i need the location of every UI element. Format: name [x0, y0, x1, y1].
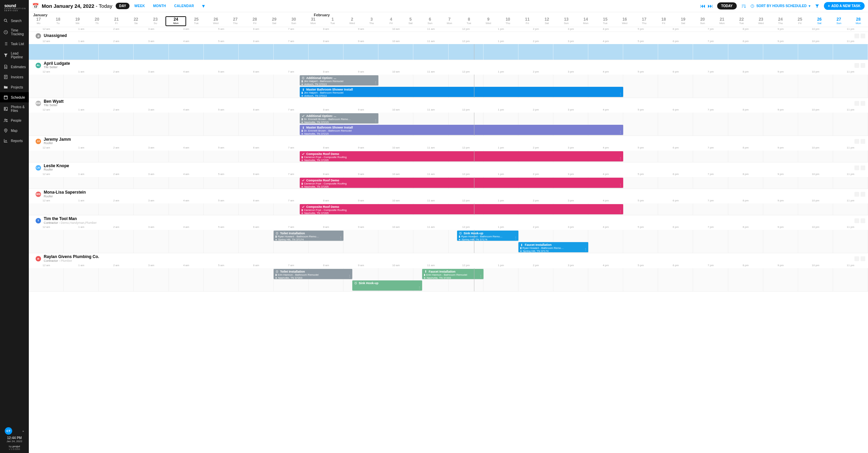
date-cell[interactable]: 17Mo: [29, 17, 48, 27]
sidebar-item-search[interactable]: Search: [0, 16, 29, 26]
row-controls[interactable]: [854, 165, 868, 170]
date-cell[interactable]: 7Mon: [440, 17, 459, 27]
date-cell[interactable]: 27Sun: [829, 17, 848, 27]
task-card[interactable]: Faucet Installation▮Ryan Howard - Bathro…: [518, 242, 588, 252]
date-cell[interactable]: 1Tue: [323, 17, 342, 27]
view-tab-month[interactable]: MONTH: [150, 3, 169, 9]
date-cell[interactable]: 23Su: [146, 17, 165, 27]
date-cell[interactable]: 9Wed: [479, 17, 498, 27]
task-card[interactable]: Additional Option: ...▮Dr. Emmett Brown …: [300, 113, 378, 123]
sidebar-item-task-list[interactable]: Task List: [0, 39, 29, 49]
date-cell[interactable]: 26Sat: [810, 17, 829, 27]
date-cell[interactable]: 2Wed: [342, 17, 362, 27]
date-cell[interactable]: 14Mon: [576, 17, 595, 27]
date-cell[interactable]: 19Sat: [673, 17, 693, 27]
date-cell[interactable]: 24Mon: [165, 16, 186, 26]
task-card[interactable]: Composite Roof Demo▮Cameron Frye - Compo…: [300, 204, 623, 214]
view-tab-calendar[interactable]: CALENDAR: [171, 3, 198, 9]
task-card[interactable]: Master Bathroom Shower Install▮Jim Halpe…: [300, 87, 623, 97]
task-card[interactable]: Additional Option: ...▮Jim Halpert - Bat…: [300, 75, 378, 85]
row-controls[interactable]: [854, 63, 868, 68]
today-button[interactable]: TODAY: [717, 2, 737, 9]
row-controls[interactable]: [854, 192, 868, 197]
timeline-lane[interactable]: Additional Option: ...▮Jim Halpert - Bat…: [29, 75, 868, 86]
task-menu-icon[interactable]: ⋮: [348, 275, 351, 278]
date-cell[interactable]: 28Mon: [849, 17, 868, 27]
view-tab-day[interactable]: DAY: [116, 3, 130, 9]
task-card[interactable]: Sink Hook-up⋮: [352, 280, 422, 291]
task-card[interactable]: Toilet Installation▮Ryan Howard - Bathro…: [274, 231, 343, 241]
timeline-lane[interactable]: Composite Roof Demo▮Cameron Frye - Compo…: [29, 177, 868, 189]
next-page-icon[interactable]: ⏭: [708, 3, 713, 9]
date-cell[interactable]: 18Tu: [48, 17, 67, 27]
timeline-lane[interactable]: Master Bathroom Shower Install▮Jim Halpe…: [29, 86, 868, 98]
task-card[interactable]: Sink Hook-up▮Ryan Howard - Bathroom Remo…: [457, 231, 518, 241]
date-cell[interactable]: 10Thu: [498, 17, 517, 27]
dropdown-icon[interactable]: ▾: [201, 3, 206, 9]
date-cell[interactable]: 25Tue: [186, 17, 206, 27]
date-cell[interactable]: 20Th: [87, 17, 106, 27]
task-menu-icon[interactable]: ⋮: [418, 286, 421, 290]
date-cell[interactable]: 21Fr: [107, 17, 126, 27]
date-cell[interactable]: 28Fri: [245, 17, 264, 27]
date-cell[interactable]: 22Tue: [732, 17, 751, 27]
task-card[interactable]: Faucet Installation▮Erin Hannon - Bathro…: [422, 269, 483, 279]
date-cell[interactable]: 29Sat: [264, 17, 284, 27]
sidebar-item-invoices[interactable]: Invoices: [0, 72, 29, 82]
task-card[interactable]: Master Bathroom Shower Install▮Dr. Emmet…: [300, 125, 623, 135]
timeline-lane[interactable]: Sink Hook-up⋮: [29, 280, 868, 291]
timeline-lane[interactable]: Master Bathroom Shower Install▮Dr. Emmet…: [29, 124, 868, 136]
task-menu-icon[interactable]: ⋮: [619, 93, 622, 96]
date-cell[interactable]: 3Thu: [362, 17, 381, 27]
date-cell[interactable]: 25Fri: [790, 17, 809, 27]
date-cell[interactable]: 19We: [68, 17, 87, 27]
schedule-body[interactable]: ⊘Unassigned12 am1 am2 am3 am4 am5 am6 am…: [29, 32, 868, 453]
task-menu-icon[interactable]: ⋮: [479, 275, 482, 278]
sidebar-item-estimates[interactable]: Estimates: [0, 62, 29, 72]
date-cell[interactable]: 12Sat: [537, 17, 556, 27]
timeline-lane[interactable]: Faucet Installation▮Ryan Howard - Bathro…: [29, 241, 868, 253]
date-cell[interactable]: 30Sun: [284, 17, 303, 27]
date-cell[interactable]: 4Fri: [381, 17, 401, 27]
sidebar-item-map[interactable]: Map: [0, 125, 29, 136]
date-cell[interactable]: 13Sun: [556, 17, 576, 27]
timeline-lane[interactable]: Additional Option: ...▮Dr. Emmett Brown …: [29, 113, 868, 124]
date-cell[interactable]: 18Fri: [654, 17, 673, 27]
sidebar-item-photos-&-files[interactable]: Photos & Files: [0, 102, 29, 115]
date-cell[interactable]: 11Fri: [518, 17, 537, 27]
date-cell[interactable]: 23Wed: [751, 17, 771, 27]
sidebar-item-reports[interactable]: Reports: [0, 136, 29, 146]
view-tab-week[interactable]: WEEK: [131, 3, 148, 9]
filter-icon[interactable]: [814, 3, 820, 9]
sidebar-item-people[interactable]: People: [0, 115, 29, 125]
date-cell[interactable]: 16Wed: [615, 17, 634, 27]
timeline-lane[interactable]: [29, 44, 868, 60]
date-cell[interactable]: 15Tue: [595, 17, 615, 27]
date-cell[interactable]: 22Sa: [126, 17, 145, 27]
sidebar-item-schedule[interactable]: Schedule: [0, 92, 29, 102]
task-menu-icon[interactable]: ⋮: [619, 131, 622, 134]
timeline-lane[interactable]: Toilet Installation▮Ryan Howard - Bathro…: [29, 230, 868, 241]
date-cell[interactable]: 31Mon: [303, 17, 323, 27]
task-menu-icon[interactable]: ⋮: [374, 81, 377, 84]
calendar-icon[interactable]: 📅: [32, 3, 39, 9]
task-card[interactable]: Composite Roof Demo▮Cameron Frye - Compo…: [300, 151, 623, 161]
task-card[interactable]: Toilet Installation▮Erin Hannon - Bathro…: [274, 269, 352, 279]
task-card[interactable]: Composite Roof Demo▮Cameron Frye - Compo…: [300, 178, 623, 188]
task-menu-icon[interactable]: ⋮: [374, 119, 377, 122]
row-controls[interactable]: [854, 34, 868, 38]
timeline-lane[interactable]: Toilet Installation▮Erin Hannon - Bathro…: [29, 268, 868, 280]
sort-icon[interactable]: [741, 3, 746, 9]
sidebar-item-projects[interactable]: Projects: [0, 82, 29, 92]
task-menu-icon[interactable]: ⋮: [339, 236, 342, 240]
date-cell[interactable]: 24Thu: [771, 17, 790, 27]
date-cell[interactable]: 27Thu: [225, 17, 245, 27]
task-menu-icon[interactable]: ⋮: [619, 157, 622, 160]
row-controls[interactable]: [854, 139, 868, 144]
row-controls[interactable]: [854, 101, 868, 106]
task-menu-icon[interactable]: ⋮: [584, 248, 587, 251]
user-avatar[interactable]: CT: [5, 427, 12, 435]
date-cell[interactable]: 6Sun: [420, 17, 439, 27]
date-cell[interactable]: 8Tue: [459, 17, 478, 27]
expand-icon[interactable]: ▸: [23, 430, 24, 433]
